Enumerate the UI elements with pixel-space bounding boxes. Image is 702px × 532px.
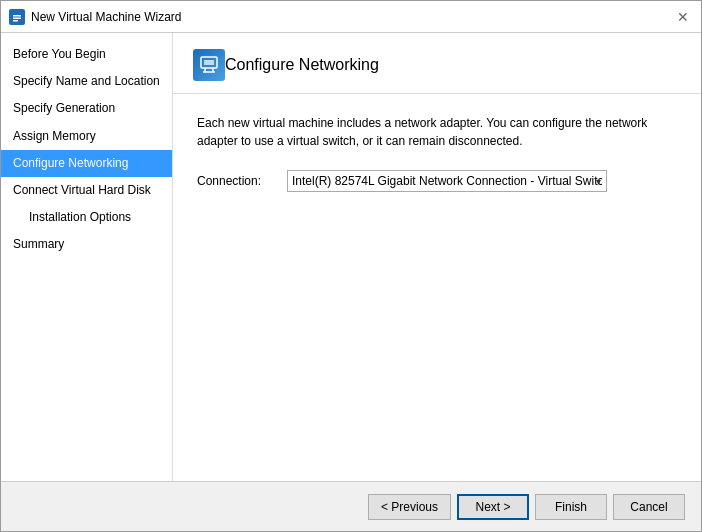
svg-rect-1 [13, 15, 21, 17]
window-icon [9, 9, 25, 25]
svg-rect-3 [13, 20, 18, 22]
page-body: Each new virtual machine includes a netw… [173, 94, 701, 481]
sidebar-item-summary[interactable]: Summary [1, 231, 172, 258]
window: New Virtual Machine Wizard ✕ Before You … [0, 0, 702, 532]
description-text: Each new virtual machine includes a netw… [197, 114, 677, 150]
finish-button[interactable]: Finish [535, 494, 607, 520]
sidebar-item-configure-networking[interactable]: Configure Networking [1, 150, 172, 177]
connection-label: Connection: [197, 174, 287, 188]
next-button[interactable]: Next > [457, 494, 529, 520]
cancel-button[interactable]: Cancel [613, 494, 685, 520]
previous-button[interactable]: < Previous [368, 494, 451, 520]
footer: < Previous Next > Finish Cancel [1, 481, 701, 531]
svg-rect-2 [13, 17, 21, 19]
sidebar-item-connect-vhd[interactable]: Connect Virtual Hard Disk [1, 177, 172, 204]
close-button[interactable]: ✕ [673, 7, 693, 27]
main-panel: Configure Networking Each new virtual ma… [173, 33, 701, 481]
sidebar-item-specify-generation[interactable]: Specify Generation [1, 95, 172, 122]
window-title: New Virtual Machine Wizard [31, 10, 673, 24]
content-area: Before You Begin Specify Name and Locati… [1, 33, 701, 481]
connection-select[interactable]: Intel(R) 82574L Gigabit Network Connecti… [287, 170, 607, 192]
page-title: Configure Networking [225, 56, 379, 74]
sidebar-item-specify-name[interactable]: Specify Name and Location [1, 68, 172, 95]
svg-rect-8 [204, 60, 214, 65]
sidebar: Before You Begin Specify Name and Locati… [1, 33, 173, 481]
page-header: Configure Networking [173, 33, 701, 94]
connection-select-wrapper: Intel(R) 82574L Gigabit Network Connecti… [287, 170, 607, 192]
page-icon [193, 49, 225, 81]
sidebar-item-installation-options[interactable]: Installation Options [1, 204, 172, 231]
sidebar-item-assign-memory[interactable]: Assign Memory [1, 123, 172, 150]
connection-field-row: Connection: Intel(R) 82574L Gigabit Netw… [197, 170, 677, 192]
title-bar: New Virtual Machine Wizard ✕ [1, 1, 701, 33]
sidebar-item-before-you-begin[interactable]: Before You Begin [1, 41, 172, 68]
